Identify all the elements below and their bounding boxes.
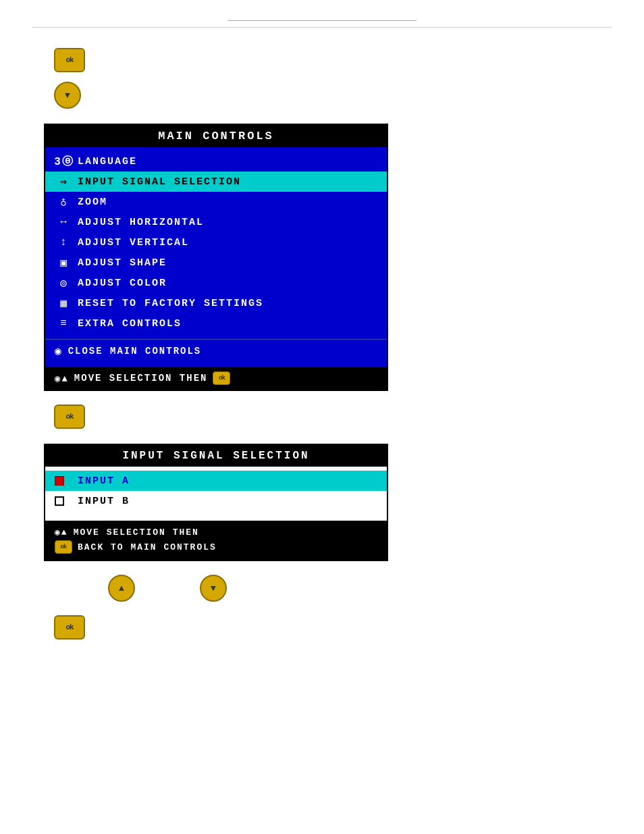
- menu-item-language[interactable]: 3ⓔ LANGUAGE: [45, 151, 387, 172]
- menu-item-adjust-v[interactable]: ↕ ADJUST VERTICAL: [45, 232, 387, 253]
- submenu-footer-row2: ok BACK TO MAIN CONTROLS: [55, 539, 377, 555]
- extra-icon: ≡: [55, 317, 74, 330]
- input-signal-submenu-title: INPUT SIGNAL SELECTION: [45, 445, 387, 467]
- submenu-footer: ◉▲ MOVE SELECTION THEN ok BACK TO MAIN C…: [45, 521, 387, 560]
- adjust-color-icon: ◎: [55, 276, 74, 290]
- submenu-footer-back-label: BACK TO MAIN CONTROLS: [78, 542, 217, 552]
- input-a-label: INPUT A: [78, 475, 130, 487]
- menu-item-reset[interactable]: ▦ RESET TO FACTORY SETTINGS: [45, 293, 387, 313]
- up-arrow-button[interactable]: ▲: [108, 575, 135, 602]
- main-menu-items: 3ⓔ LANGUAGE ⇒ INPUT SIGNAL SELECTION ♁ Z…: [45, 147, 387, 367]
- extra-label: EXTRA CONTROLS: [78, 318, 377, 330]
- close-icon: ◉: [55, 344, 63, 358]
- up-down-nav-row: ▲ ▼: [54, 575, 644, 607]
- outline-square-icon: [55, 496, 64, 506]
- close-main-controls-row[interactable]: ◉ CLOSE MAIN CONTROLS: [45, 339, 387, 363]
- submenu-item-input-a[interactable]: INPUT A: [45, 471, 387, 491]
- main-controls-footer: ◉▲ MOVE SELECTION THEN ok: [45, 367, 387, 390]
- nav-icon-footer: ◉▲: [55, 373, 69, 384]
- submenu-nav-icon: ◉▲: [55, 527, 68, 538]
- submenu-footer-row1: ◉▲ MOVE SELECTION THEN: [55, 525, 377, 539]
- menu-item-adjust-color[interactable]: ◎ ADJUST COLOR: [45, 273, 387, 293]
- down-arrow-icon-2: ▼: [211, 583, 216, 594]
- zoom-label: ZOOM: [78, 197, 377, 208]
- input-a-icon: [55, 476, 72, 486]
- reset-icon: ▦: [55, 296, 74, 310]
- adjust-v-icon: ↕: [55, 236, 74, 249]
- ok-button-2[interactable]: ok: [54, 405, 85, 429]
- input-signal-label: INPUT SIGNAL SELECTION: [78, 176, 377, 188]
- menu-divider: [45, 334, 387, 339]
- up-arrow-icon: ▲: [119, 583, 124, 594]
- language-icon: 3ⓔ: [55, 155, 74, 169]
- input-b-label: INPUT B: [78, 496, 130, 507]
- adjust-h-icon: ↔: [55, 216, 74, 228]
- submenu-items: INPUT A INPUT B: [45, 467, 387, 521]
- language-label: LANGUAGE: [78, 156, 377, 167]
- main-controls-title: MAIN CONTROLS: [45, 125, 387, 147]
- adjust-shape-label: ADJUST SHAPE: [78, 257, 377, 269]
- input-signal-icon: ⇒: [55, 175, 74, 188]
- input-signal-submenu: INPUT SIGNAL SELECTION INPUT A INPUT B ◉…: [44, 444, 388, 561]
- ok-button-1[interactable]: ok: [54, 48, 85, 72]
- down-arrow-button-1[interactable]: ▼: [54, 82, 81, 109]
- adjust-v-label: ADJUST VERTICAL: [78, 237, 377, 249]
- zoom-icon: ♁: [55, 195, 74, 209]
- menu-item-extra[interactable]: ≡ EXTRA CONTROLS: [45, 313, 387, 334]
- input-b-icon: [55, 496, 72, 506]
- submenu-item-input-b[interactable]: INPUT B: [45, 491, 387, 511]
- down-arrow-button-2[interactable]: ▼: [200, 575, 227, 602]
- menu-item-adjust-shape[interactable]: ▣ ADJUST SHAPE: [45, 253, 387, 273]
- top-decorative-line: [0, 0, 644, 24]
- main-controls-menu: MAIN CONTROLS 3ⓔ LANGUAGE ⇒ INPUT SIGNAL…: [44, 124, 388, 391]
- footer-ok-icon: ok: [213, 371, 230, 385]
- close-main-controls-label: CLOSE MAIN CONTROLS: [68, 346, 202, 357]
- submenu-footer-ok-icon: ok: [55, 540, 72, 554]
- footer-move-label: MOVE SELECTION THEN: [74, 373, 208, 384]
- submenu-spacer: [45, 511, 387, 517]
- submenu-footer-move-label: MOVE SELECTION THEN: [74, 527, 199, 538]
- separator-line: [32, 27, 612, 28]
- menu-item-adjust-h[interactable]: ↔ ADJUST HORIZONTAL: [45, 212, 387, 232]
- reset-label: RESET TO FACTORY SETTINGS: [78, 298, 377, 309]
- ok-button-3[interactable]: ok: [54, 615, 85, 640]
- down-arrow-icon-1: ▼: [65, 90, 70, 101]
- adjust-h-label: ADJUST HORIZONTAL: [78, 217, 377, 228]
- menu-item-zoom[interactable]: ♁ ZOOM: [45, 192, 387, 212]
- adjust-color-label: ADJUST COLOR: [78, 278, 377, 289]
- red-square-icon: [55, 476, 64, 486]
- menu-item-input-signal[interactable]: ⇒ INPUT SIGNAL SELECTION: [45, 172, 387, 192]
- adjust-shape-icon: ▣: [55, 256, 74, 269]
